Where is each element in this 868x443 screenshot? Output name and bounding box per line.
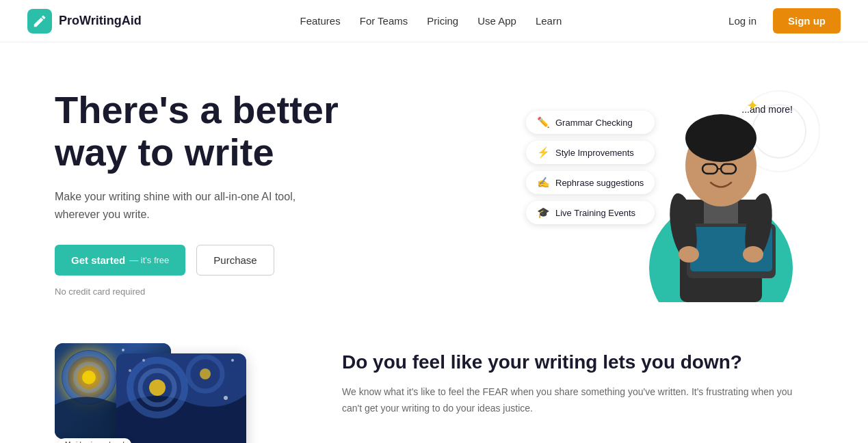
hero-content: There's a better way to write Make your … — [55, 89, 339, 297]
starry-night-svg2 — [116, 353, 246, 443]
purchase-button[interactable]: Purchase — [196, 245, 274, 276]
pill-grammar: ✏️ Grammar Checking — [526, 111, 655, 134]
person-svg — [642, 90, 800, 302]
hero-image: ✏️ Grammar Checking ⚡ Style Improvements… — [526, 83, 813, 302]
nav-pricing[interactable]: Pricing — [427, 15, 458, 27]
logo-icon — [27, 9, 52, 33]
hero-title: There's a better way to write — [55, 89, 339, 174]
svg-point-27 — [224, 396, 228, 400]
logo-text: ProWritingAid — [59, 14, 142, 28]
svg-point-12 — [679, 246, 699, 263]
pill-style-label: Style Improvements — [555, 148, 634, 158]
hero-section: There's a better way to write Make your … — [0, 42, 868, 330]
pill-rephrase: ✍️ Rephrase suggestions — [526, 171, 655, 194]
hero-subtitle: Make your writing shine with our all-in-… — [55, 188, 315, 223]
pill-training-label: Live Training Events — [555, 208, 635, 218]
nav-features[interactable]: Features — [300, 15, 341, 27]
no-credit-text: No credit card required — [55, 286, 339, 297]
section2: My idea in my head Do you feel like your… — [0, 330, 868, 443]
svg-point-26 — [200, 368, 211, 379]
pill-training: 🎓 Live Training Events — [526, 201, 655, 224]
rephrase-icon: ✍️ — [537, 176, 550, 189]
section2-content: Do you feel like your writing lets you d… — [342, 343, 813, 417]
section2-title: Do you feel like your writing lets you d… — [342, 350, 813, 375]
signup-button[interactable]: Sign up — [773, 8, 841, 33]
free-tag-label: — it's free — [129, 255, 169, 265]
grammar-icon: ✏️ — [537, 116, 550, 129]
navbar: ProWritingAid Features For Teams Pricing… — [0, 0, 868, 42]
login-button[interactable]: Log in — [720, 10, 765, 32]
nav-links: Features For Teams Pricing Use App Learn — [300, 15, 562, 27]
section2-desc: We know what it's like to feel the FEAR … — [342, 384, 813, 417]
pill-style: ⚡ Style Improvements — [526, 141, 655, 164]
hero-person-illustration — [642, 90, 800, 302]
svg-point-28 — [129, 369, 131, 372]
starry-card-2 — [116, 353, 246, 443]
get-started-button[interactable]: Get started — it's free — [55, 245, 185, 276]
section2-image: My idea in my head — [55, 343, 287, 443]
idea-label: My idea in my head — [58, 438, 131, 443]
svg-point-30 — [231, 359, 234, 362]
get-started-label: Get started — [71, 254, 125, 266]
feature-pills: ✏️ Grammar Checking ⚡ Style Improvements… — [526, 111, 655, 224]
style-icon: ⚡ — [537, 146, 550, 159]
pill-grammar-label: Grammar Checking — [555, 118, 633, 128]
hero-buttons: Get started — it's free Purchase — [55, 245, 339, 276]
logo-svg — [32, 14, 47, 29]
logo-link[interactable]: ProWritingAid — [27, 9, 142, 33]
svg-point-29 — [142, 359, 145, 362]
svg-point-24 — [149, 379, 166, 396]
pill-rephrase-label: Rephrase suggestions — [555, 178, 644, 188]
svg-point-4 — [685, 114, 757, 162]
training-icon: 🎓 — [537, 206, 550, 219]
svg-point-13 — [743, 246, 763, 263]
nav-actions: Log in Sign up — [720, 8, 841, 33]
nav-for-teams[interactable]: For Teams — [360, 15, 408, 27]
svg-point-16 — [82, 371, 96, 384]
svg-point-19 — [122, 349, 124, 351]
nav-learn[interactable]: Learn — [536, 15, 562, 27]
nav-use-app[interactable]: Use App — [477, 15, 516, 27]
